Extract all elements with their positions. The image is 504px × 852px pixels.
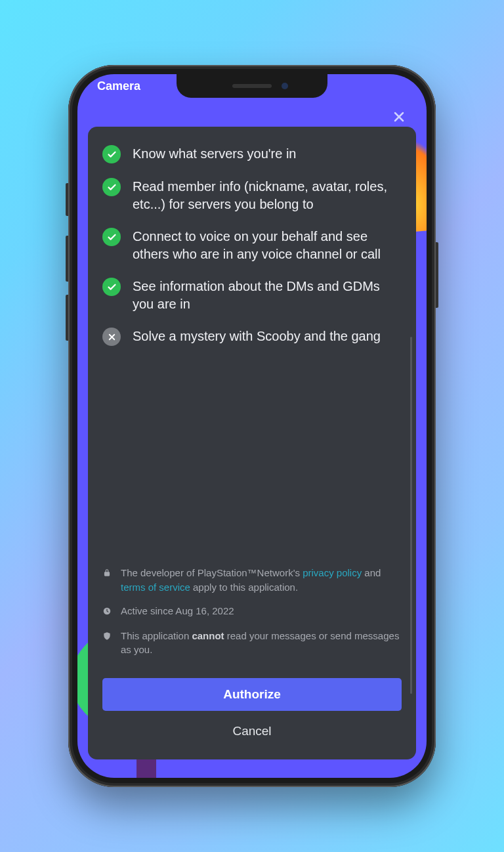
phone-screen: Camera Know what servers you're in Read … bbox=[77, 74, 427, 778]
footer-info: The developer of PlayStation™Network's p… bbox=[102, 566, 402, 666]
phone-volume-up bbox=[66, 236, 68, 282]
permission-list: Know what servers you're in Read member … bbox=[102, 145, 402, 360]
terms-of-service-link[interactable]: terms of service bbox=[121, 582, 190, 593]
privacy-policy-link[interactable]: privacy policy bbox=[303, 567, 362, 578]
lock-icon bbox=[102, 567, 113, 582]
phone-mute-switch bbox=[66, 183, 68, 216]
check-icon bbox=[102, 278, 121, 296]
permission-text: Know what servers you're in bbox=[133, 145, 296, 163]
permission-text: Solve a mystery with Scooby and the gang bbox=[133, 328, 381, 345]
phone-power-button bbox=[436, 242, 438, 308]
footer-active-row: Active since Aug 16, 2022 bbox=[102, 604, 402, 620]
permission-item: See information about the DMs and GDMs y… bbox=[102, 278, 402, 313]
permission-item: Know what servers you're in bbox=[102, 145, 402, 163]
phone-frame: Camera Know what servers you're in Read … bbox=[68, 65, 436, 787]
x-icon bbox=[102, 328, 121, 346]
check-icon bbox=[102, 178, 121, 196]
permission-item: Connect to voice on your behalf and see … bbox=[102, 228, 402, 263]
permission-text: Connect to voice on your behalf and see … bbox=[133, 228, 402, 263]
footer-cannot-row: This application cannot read your messag… bbox=[102, 629, 402, 658]
permission-item: Solve a mystery with Scooby and the gang bbox=[102, 328, 402, 346]
cancel-button[interactable]: Cancel bbox=[102, 716, 402, 746]
check-icon bbox=[102, 228, 121, 246]
footer-privacy-row: The developer of PlayStation™Network's p… bbox=[102, 566, 402, 595]
footer-active-since: Active since Aug 16, 2022 bbox=[121, 604, 234, 618]
permission-text: Read member info (nickname, avatar, role… bbox=[133, 178, 402, 213]
clock-icon bbox=[102, 605, 113, 620]
phone-notch bbox=[177, 74, 327, 98]
close-icon[interactable] bbox=[391, 108, 407, 129]
footer-dev-suffix: apply to this application. bbox=[190, 582, 298, 593]
shield-icon bbox=[102, 630, 113, 645]
permission-item: Read member info (nickname, avatar, role… bbox=[102, 178, 402, 213]
footer-cannot-strong: cannot bbox=[192, 630, 224, 641]
scrollbar[interactable] bbox=[410, 337, 412, 694]
permission-text: See information about the DMs and GDMs y… bbox=[133, 278, 402, 313]
footer-cannot-prefix: This application bbox=[121, 630, 192, 641]
footer-dev-prefix: The developer of PlayStation™Network's bbox=[121, 567, 303, 578]
phone-volume-down bbox=[66, 295, 68, 341]
check-icon bbox=[102, 145, 121, 163]
authorize-button[interactable]: Authorize bbox=[102, 678, 402, 711]
authorize-modal: Know what servers you're in Read member … bbox=[88, 127, 416, 759]
footer-and: and bbox=[362, 567, 381, 578]
back-label[interactable]: Camera bbox=[97, 79, 140, 93]
